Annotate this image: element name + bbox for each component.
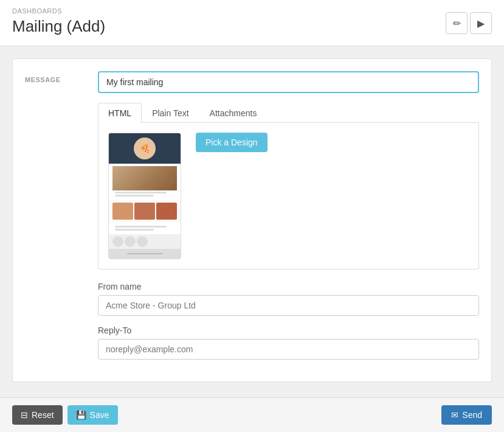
subject-input[interactable]	[98, 71, 479, 93]
reset-button[interactable]: ⊟ Reset	[12, 405, 63, 425]
reset-label: Reset	[32, 410, 54, 420]
pick-design-button[interactable]: Pick a Design	[196, 133, 268, 152]
video-button[interactable]: ▶	[470, 12, 492, 34]
video-icon: ▶	[477, 18, 485, 29]
section-label: MESSAGE	[25, 71, 86, 369]
thumb-icons-row	[109, 234, 181, 249]
save-button[interactable]: 💾 Save	[67, 405, 118, 425]
main-content: MESSAGE HTML Plain Text Attachments	[0, 46, 504, 397]
message-section: MESSAGE HTML Plain Text Attachments	[12, 58, 492, 382]
send-icon: ✉	[451, 410, 458, 420]
page-header: DASHBOARDS Mailing (Add) ✏ ▶	[0, 0, 504, 46]
tab-attachments[interactable]: Attachments	[199, 103, 268, 123]
reset-icon: ⊟	[21, 410, 28, 420]
thumb-text-1	[115, 192, 167, 193]
tab-content-html: 🍕	[98, 123, 479, 270]
thumb-footer	[109, 249, 181, 259]
thumb-header: 🍕	[109, 133, 181, 164]
from-name-input[interactable]	[98, 295, 479, 316]
tabs: HTML Plain Text Attachments	[98, 103, 479, 123]
thumb-logo: 🍕	[134, 138, 156, 159]
thumb-icon-2	[125, 236, 136, 247]
reply-to-group: Reply-To	[98, 326, 479, 360]
thumb-main-image	[112, 166, 177, 190]
section-body: HTML Plain Text Attachments 🍕	[98, 71, 479, 369]
design-preview-thumbnail: 🍕	[108, 133, 181, 259]
save-label: Save	[90, 410, 109, 420]
header-action-buttons: ✏ ▶	[446, 12, 492, 34]
tab-plain-text[interactable]: Plain Text	[142, 103, 199, 123]
html-tab-inner: 🍕	[108, 133, 469, 259]
thumb-icon-1	[112, 236, 123, 247]
from-name-group: From name	[98, 282, 479, 316]
edit-button[interactable]: ✏	[446, 12, 468, 34]
thumb-product-row	[109, 200, 181, 222]
thumb-product-2	[134, 203, 155, 220]
reply-to-label: Reply-To	[98, 326, 479, 335]
reply-to-input[interactable]	[98, 339, 479, 360]
thumb-logo-icon: 🍕	[140, 144, 150, 153]
from-name-label: From name	[98, 282, 479, 291]
thumb-section-2	[109, 222, 181, 234]
thumb-footer-line	[127, 253, 163, 254]
thumb-text-3	[115, 226, 167, 228]
thumb-product-3	[156, 203, 177, 220]
thumb-text-4	[115, 229, 154, 231]
save-icon: 💾	[76, 410, 86, 420]
thumb-section-1	[109, 164, 181, 200]
page-footer: ⊟ Reset 💾 Save ✉ Send	[0, 397, 504, 432]
page-title: Mailing (Add)	[12, 17, 492, 36]
thumb-text-2	[115, 195, 154, 197]
thumb-product-1	[112, 203, 133, 220]
pencil-icon: ✏	[453, 18, 461, 29]
send-button[interactable]: ✉ Send	[441, 405, 492, 425]
breadcrumb: DASHBOARDS	[12, 7, 492, 15]
tab-html[interactable]: HTML	[98, 103, 142, 123]
send-label: Send	[462, 410, 482, 420]
footer-left-buttons: ⊟ Reset 💾 Save	[12, 405, 118, 425]
thumb-icon-3	[137, 236, 148, 247]
